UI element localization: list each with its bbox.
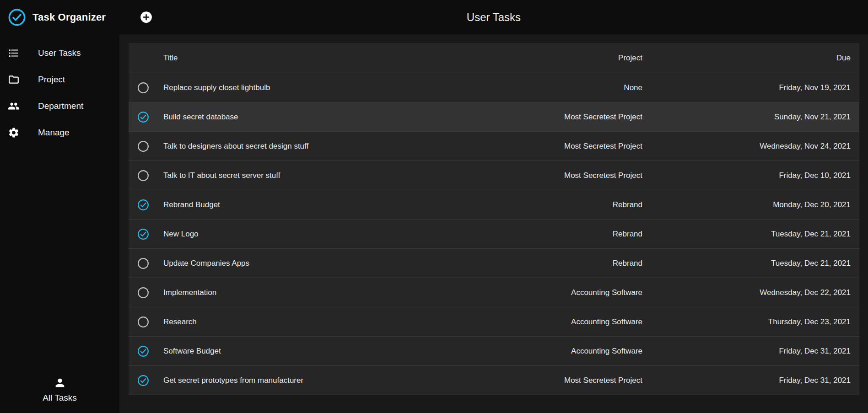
task-due: Friday, Nov 19, 2021 <box>642 83 851 92</box>
task-title: Get secret prototypes from manufacturer <box>157 376 482 385</box>
task-due: Monday, Dec 20, 2021 <box>642 200 851 209</box>
sidebar-item-department[interactable]: Department <box>0 93 119 119</box>
table-row[interactable]: Replace supply closet lightbulb None Fri… <box>129 73 859 102</box>
task-title: New Logo <box>157 230 482 239</box>
task-due: Friday, Dec 10, 2021 <box>642 171 851 180</box>
main-content: Title Project Due Replace supply closet … <box>119 34 868 413</box>
task-due: Friday, Dec 31, 2021 <box>642 376 851 385</box>
task-title: Replace supply closet lightbulb <box>157 83 482 92</box>
table-row[interactable]: Research Accounting Software Thursday, D… <box>129 307 859 337</box>
task-due: Sunday, Nov 21, 2021 <box>642 113 851 122</box>
table-row[interactable]: Rebrand Budget Rebrand Monday, Dec 20, 2… <box>129 190 859 220</box>
task-complete-checkbox[interactable] <box>137 199 149 211</box>
task-project: Rebrand <box>482 200 642 209</box>
sidebar-item-label: User Tasks <box>38 48 81 58</box>
task-checkbox-cell <box>129 345 157 357</box>
task-checkbox-cell <box>129 375 157 386</box>
task-checkbox-cell <box>129 111 157 123</box>
table-row[interactable]: Talk to designers about secret design st… <box>129 132 859 161</box>
task-title: Rebrand Budget <box>157 200 482 209</box>
table-row[interactable]: Update Companies Apps Rebrand Tuesday, D… <box>129 249 859 278</box>
task-due: Wednesday, Nov 24, 2021 <box>642 142 851 151</box>
sidebar-item-label: Manage <box>38 128 70 138</box>
task-due: Thursday, Dec 23, 2021 <box>642 317 851 327</box>
table-row[interactable]: Talk to IT about secret server stuff Mos… <box>129 161 859 190</box>
add-circle-icon <box>140 18 152 25</box>
task-project: None <box>482 83 642 92</box>
sidebar-item-label: Project <box>38 75 65 85</box>
task-project: Most Secretest Project <box>482 113 642 122</box>
column-header-project: Project <box>482 54 642 63</box>
folder-icon <box>8 74 20 86</box>
table-row[interactable]: Get secret prototypes from manufacturer … <box>129 366 859 395</box>
list-icon <box>8 47 20 59</box>
task-complete-checkbox[interactable] <box>137 345 149 357</box>
task-title: Build secret database <box>157 113 482 122</box>
sidebar-footer-label: All Tasks <box>43 393 77 403</box>
gear-icon <box>8 127 20 139</box>
task-project: Accounting Software <box>482 317 642 327</box>
task-checkbox-cell <box>129 140 157 152</box>
sidebar: Task Organizer User Tasks Project Depart… <box>0 0 119 413</box>
task-checkbox-cell <box>129 228 157 240</box>
task-complete-checkbox[interactable] <box>137 140 149 152</box>
page-title: User Tasks <box>119 11 868 24</box>
table-row[interactable]: New Logo Rebrand Tuesday, Dec 21, 2021 <box>129 220 859 249</box>
task-project: Accounting Software <box>482 347 642 356</box>
add-task-button[interactable] <box>140 11 152 23</box>
task-checkbox-cell <box>129 82 157 94</box>
topbar: User Tasks <box>119 0 868 34</box>
task-complete-checkbox[interactable] <box>137 316 149 328</box>
table-row[interactable]: Implementation Accounting Software Wedne… <box>129 278 859 307</box>
table-header-row: Title Project Due <box>129 43 859 73</box>
task-checkbox-cell <box>129 287 157 299</box>
task-title: Implementation <box>157 288 482 297</box>
task-title: Software Budget <box>157 347 482 356</box>
table-row[interactable]: Software Budget Accounting Software Frid… <box>129 337 859 366</box>
task-title: Talk to IT about secret server stuff <box>157 171 482 180</box>
task-project: Most Secretest Project <box>482 171 642 180</box>
sidebar-menu: User Tasks Project Department Manage <box>0 34 119 146</box>
task-due: Tuesday, Dec 21, 2021 <box>642 230 851 239</box>
column-header-due: Due <box>642 54 851 63</box>
column-header-title: Title <box>157 54 482 63</box>
task-checkbox-cell <box>129 257 157 269</box>
task-project: Most Secretest Project <box>482 142 642 151</box>
app-window: Task Organizer User Tasks Project Depart… <box>0 0 868 413</box>
task-title: Update Companies Apps <box>157 259 482 268</box>
task-due: Wednesday, Dec 22, 2021 <box>642 288 851 297</box>
task-complete-checkbox[interactable] <box>137 287 149 299</box>
table-row[interactable]: Build secret database Most Secretest Pro… <box>129 102 859 132</box>
task-due: Tuesday, Dec 21, 2021 <box>642 259 851 268</box>
task-checkbox-cell <box>129 316 157 328</box>
task-complete-checkbox[interactable] <box>137 228 149 240</box>
task-complete-checkbox[interactable] <box>137 375 149 386</box>
people-icon <box>8 100 20 112</box>
task-complete-checkbox[interactable] <box>137 82 149 94</box>
task-table-body: Replace supply closet lightbulb None Fri… <box>129 73 859 395</box>
task-project: Accounting Software <box>482 288 642 297</box>
task-complete-checkbox[interactable] <box>137 170 149 182</box>
sidebar-item-manage[interactable]: Manage <box>0 119 119 146</box>
sidebar-item-label: Department <box>38 101 83 111</box>
task-project: Rebrand <box>482 230 642 239</box>
task-project: Rebrand <box>482 259 642 268</box>
sidebar-item-user-tasks[interactable]: User Tasks <box>0 40 119 66</box>
sidebar-item-all-tasks[interactable]: All Tasks <box>0 376 119 413</box>
app-title: Task Organizer <box>32 11 106 23</box>
task-checkbox-cell <box>129 199 157 211</box>
task-checkbox-cell <box>129 170 157 182</box>
task-due: Friday, Dec 31, 2021 <box>642 347 851 356</box>
task-title: Talk to designers about secret design st… <box>157 142 482 151</box>
sidebar-item-project[interactable]: Project <box>0 66 119 93</box>
task-complete-checkbox[interactable] <box>137 111 149 123</box>
sidebar-header: Task Organizer <box>0 0 119 34</box>
person-icon <box>54 376 66 389</box>
task-project: Most Secretest Project <box>482 376 642 385</box>
task-title: Research <box>157 317 482 327</box>
task-complete-checkbox[interactable] <box>137 257 149 269</box>
task-table: Title Project Due Replace supply closet … <box>129 43 859 395</box>
check-circle-icon <box>8 8 26 27</box>
